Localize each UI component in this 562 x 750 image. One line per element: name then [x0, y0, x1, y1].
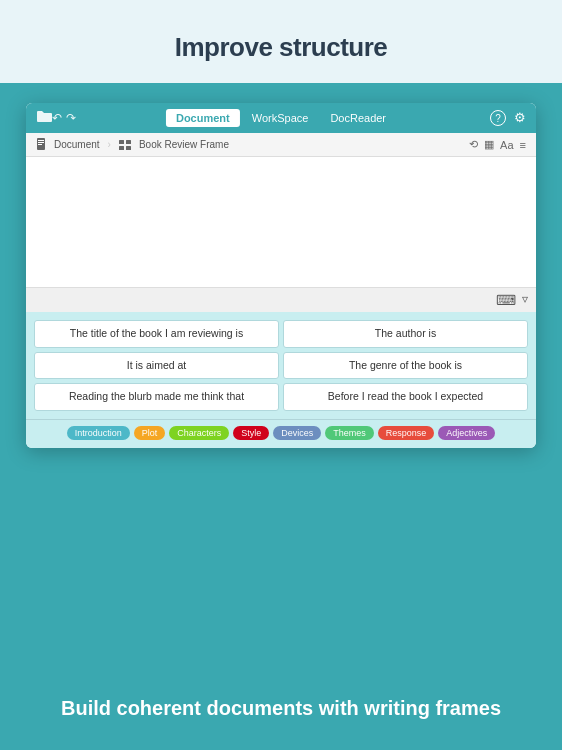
folder-icon[interactable]	[36, 110, 52, 127]
tab-document[interactable]: Document	[166, 109, 240, 127]
frames-section: The title of the book I am reviewing is …	[26, 312, 536, 419]
keyboard-toolbar: ⌨ ▿	[26, 287, 536, 312]
svg-rect-7	[126, 146, 131, 150]
keyboard-icon[interactable]: ⌨	[496, 292, 516, 308]
subbar-frame-label: Book Review Frame	[139, 139, 229, 150]
window-toolbar: ↶ ↷ Document WorkSpace DocReader ? ⚙	[26, 103, 536, 133]
svg-rect-5	[126, 140, 131, 144]
tab-badge-plot[interactable]: Plot	[134, 426, 166, 440]
tab-workspace[interactable]: WorkSpace	[242, 109, 319, 127]
tabs-strip: IntroductionPlotCharactersStyleDevicesTh…	[26, 419, 536, 448]
frame-cell-6[interactable]: Before I read the book I expected	[283, 383, 528, 411]
app-window: ↶ ↷ Document WorkSpace DocReader ? ⚙	[26, 103, 536, 448]
tab-badge-introduction[interactable]: Introduction	[67, 426, 130, 440]
frame-cell-2[interactable]: The author is	[283, 320, 528, 348]
image-tool-icon[interactable]: ▦	[484, 138, 494, 151]
subbar-frame-icon	[119, 140, 131, 150]
svg-rect-3	[38, 144, 42, 145]
tab-docreader[interactable]: DocReader	[320, 109, 396, 127]
back-icon[interactable]: ↶	[52, 111, 62, 125]
tab-badge-characters[interactable]: Characters	[169, 426, 229, 440]
forward-icon[interactable]: ↷	[66, 111, 76, 125]
svg-rect-4	[119, 140, 124, 144]
bottom-section: Build coherent documents with writing fr…	[0, 677, 562, 750]
toolbar-right: ? ⚙	[490, 110, 526, 126]
frame-cell-5[interactable]: Reading the blurb made me think that	[34, 383, 279, 411]
document-area	[26, 157, 536, 287]
page-title: Improve structure	[20, 32, 542, 63]
settings-icon[interactable]: ⚙	[514, 110, 526, 126]
bottom-title: Build coherent documents with writing fr…	[20, 697, 542, 720]
svg-rect-1	[38, 140, 44, 141]
window-subbar: Document › Book Review Frame ⟲ ▦ Aa ≡	[26, 133, 536, 157]
list-icon[interactable]: ≡	[520, 139, 526, 151]
frame-cell-4[interactable]: The genre of the book is	[283, 352, 528, 380]
tab-badge-devices[interactable]: Devices	[273, 426, 321, 440]
tab-badge-adjectives[interactable]: Adjectives	[438, 426, 495, 440]
svg-rect-2	[38, 142, 44, 143]
document-content[interactable]	[36, 167, 526, 277]
help-icon[interactable]: ?	[490, 110, 506, 126]
text-tool-icon[interactable]: ⟲	[469, 138, 478, 151]
subbar-doc-label: Document	[54, 139, 100, 150]
tab-badge-response[interactable]: Response	[378, 426, 435, 440]
doc-small-icon	[36, 138, 46, 152]
tab-badge-themes[interactable]: Themes	[325, 426, 374, 440]
tab-badge-style[interactable]: Style	[233, 426, 269, 440]
svg-rect-6	[119, 146, 124, 150]
nav-icons: ↶ ↷	[52, 111, 76, 125]
frame-cell-3[interactable]: It is aimed at	[34, 352, 279, 380]
expand-icon[interactable]: ▿	[522, 292, 528, 308]
subbar-right-tools: ⟲ ▦ Aa ≡	[469, 138, 526, 151]
font-tool-icon[interactable]: Aa	[500, 139, 513, 151]
frame-cell-1[interactable]: The title of the book I am reviewing is	[34, 320, 279, 348]
